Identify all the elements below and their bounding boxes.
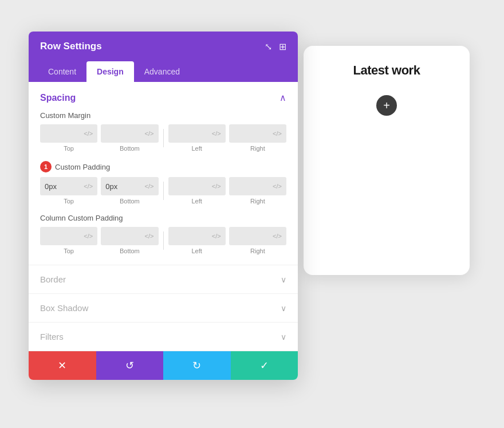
preview-title: Latest work bbox=[353, 63, 420, 78]
margin-top-label: Top bbox=[64, 145, 74, 152]
padding-inputs: </> Top </> Bottom bbox=[40, 177, 286, 205]
grid-icon[interactable]: ⊞ bbox=[279, 41, 286, 52]
col-padding-bottom-field[interactable]: </> bbox=[101, 227, 158, 245]
box-shadow-chevron-icon: ∨ bbox=[281, 304, 286, 313]
col-padding-right-group: </> Right bbox=[229, 227, 286, 254]
col-padding-top-field[interactable]: </> bbox=[40, 227, 97, 245]
padding-bottom-group: </> Bottom bbox=[101, 177, 158, 205]
code-icon12: </> bbox=[273, 233, 282, 239]
margin-right-input[interactable] bbox=[234, 129, 267, 138]
undo-icon: ↺ bbox=[125, 359, 134, 372]
fullscreen-icon[interactable]: ⤡ bbox=[265, 41, 272, 52]
margin-left-group: </> Left bbox=[168, 124, 226, 152]
border-title: Border bbox=[40, 274, 66, 284]
tabs-bar: Content Design Advanced bbox=[29, 61, 298, 82]
padding-top-label: Top bbox=[64, 198, 74, 205]
padding-bottom-input[interactable] bbox=[105, 182, 139, 191]
spacing-chevron-icon[interactable]: ∧ bbox=[279, 92, 286, 103]
panel-title: Row Settings bbox=[40, 41, 102, 52]
margin-bottom-field[interactable]: </> bbox=[101, 124, 158, 143]
column-padding-label: Column Custom Padding bbox=[40, 214, 286, 222]
padding-bottom-field[interactable]: </> bbox=[101, 177, 158, 195]
code-icon4: </> bbox=[273, 130, 282, 137]
col-padding-left-field[interactable]: </> bbox=[168, 227, 226, 245]
cancel-icon: ✕ bbox=[58, 359, 66, 372]
padding-top-input[interactable] bbox=[45, 182, 78, 191]
code-icon10: </> bbox=[145, 233, 154, 239]
filters-chevron-icon: ∨ bbox=[281, 332, 286, 341]
preview-card: Latest work + bbox=[304, 46, 470, 275]
margin-bottom-input[interactable] bbox=[105, 129, 139, 138]
margin-top-field[interactable]: </> bbox=[40, 124, 97, 143]
tab-advanced[interactable]: Advanced bbox=[134, 61, 190, 82]
margin-divider bbox=[163, 129, 164, 147]
margin-bottom-label: Bottom bbox=[120, 145, 140, 152]
col-padding-top-group: </> Top bbox=[40, 227, 97, 254]
custom-margin-group: Custom Margin </> Top </> bbox=[40, 111, 286, 152]
redo-icon: ↻ bbox=[192, 359, 201, 372]
code-icon3: </> bbox=[212, 130, 221, 137]
padding-left-label: Left bbox=[191, 198, 202, 205]
row-settings-panel: Row Settings ⤡ ⊞ Content Design Advanced… bbox=[29, 32, 298, 380]
padding-top-field[interactable]: </> bbox=[40, 177, 97, 195]
col-padding-bottom-group: </> Bottom bbox=[101, 227, 158, 254]
border-chevron-icon: ∨ bbox=[281, 275, 286, 284]
add-button[interactable]: + bbox=[376, 95, 397, 116]
padding-right-input[interactable] bbox=[234, 182, 267, 191]
panel-header: Row Settings ⤡ ⊞ bbox=[29, 32, 298, 61]
padding-top-group: </> Top bbox=[40, 177, 97, 205]
panel-content: Spacing ∧ Custom Margin </> Top bbox=[29, 82, 298, 351]
col-padding-right-label: Right bbox=[250, 248, 265, 254]
save-icon: ✓ bbox=[260, 359, 269, 372]
code-icon7: </> bbox=[212, 183, 221, 190]
padding-left-input[interactable] bbox=[173, 182, 207, 191]
margin-top-group: </> Top bbox=[40, 124, 97, 152]
col-padding-left-input[interactable] bbox=[173, 232, 207, 241]
filters-section[interactable]: Filters ∨ bbox=[29, 323, 298, 351]
spacing-title: Spacing bbox=[40, 93, 76, 103]
custom-padding-label: Custom Padding bbox=[55, 163, 110, 171]
custom-padding-group: 1 Custom Padding </> Top bbox=[40, 161, 286, 205]
code-icon6: </> bbox=[145, 183, 154, 190]
col-padding-bottom-label: Bottom bbox=[120, 248, 140, 254]
code-icon: </> bbox=[84, 130, 93, 137]
col-padding-right-input[interactable] bbox=[234, 232, 267, 241]
column-padding-group: Column Custom Padding </> Top bbox=[40, 214, 286, 254]
cancel-button[interactable]: ✕ bbox=[29, 351, 96, 380]
padding-right-label: Right bbox=[250, 198, 265, 205]
tab-design[interactable]: Design bbox=[86, 61, 134, 82]
margin-left-label: Left bbox=[191, 145, 202, 152]
padding-left-field[interactable]: </> bbox=[168, 177, 226, 195]
padding-right-group: </> Right bbox=[229, 177, 286, 205]
col-padding-bottom-input[interactable] bbox=[105, 232, 139, 241]
margin-bottom-group: </> Bottom bbox=[101, 124, 158, 152]
margin-left-field[interactable]: </> bbox=[168, 124, 226, 143]
save-button[interactable]: ✓ bbox=[231, 351, 298, 380]
undo-button[interactable]: ↺ bbox=[96, 351, 164, 380]
padding-divider bbox=[163, 182, 164, 200]
border-section[interactable]: Border ∨ bbox=[29, 265, 298, 294]
margin-left-input[interactable] bbox=[173, 129, 207, 138]
redo-button[interactable]: ↻ bbox=[163, 351, 231, 380]
custom-margin-label: Custom Margin bbox=[40, 111, 286, 120]
col-padding-right-field[interactable]: </> bbox=[229, 227, 286, 245]
code-icon9: </> bbox=[84, 233, 93, 239]
col-padding-top-input[interactable] bbox=[45, 232, 78, 241]
margin-right-field[interactable]: </> bbox=[229, 124, 286, 143]
padding-right-field[interactable]: </> bbox=[229, 177, 286, 195]
code-icon11: </> bbox=[212, 233, 221, 239]
header-icons: ⤡ ⊞ bbox=[265, 41, 286, 52]
margin-inputs: </> Top </> Bottom bbox=[40, 124, 286, 152]
padding-header: 1 Custom Padding bbox=[40, 161, 286, 172]
margin-top-input[interactable] bbox=[45, 129, 78, 138]
filters-title: Filters bbox=[40, 332, 64, 341]
box-shadow-section[interactable]: Box Shadow ∨ bbox=[29, 294, 298, 323]
bottom-toolbar: ✕ ↺ ↻ ✓ bbox=[29, 351, 298, 380]
padding-bottom-label: Bottom bbox=[120, 198, 140, 205]
tab-content[interactable]: Content bbox=[38, 61, 86, 82]
code-icon8: </> bbox=[273, 183, 282, 190]
col-padding-top-label: Top bbox=[64, 248, 74, 254]
box-shadow-title: Box Shadow bbox=[40, 303, 88, 313]
margin-right-group: </> Right bbox=[229, 124, 286, 152]
code-icon2: </> bbox=[145, 130, 154, 137]
